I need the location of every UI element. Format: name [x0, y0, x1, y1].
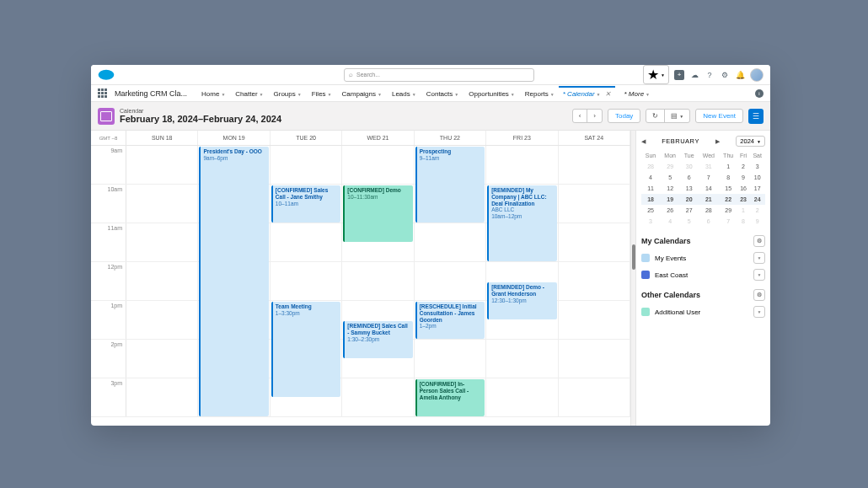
calendar-event[interactable]: [CONFIRMED] Sales Call - Jane Smithy10–1… [271, 185, 340, 223]
calendar-event[interactable]: [RESCHEDULE] Initial Consultation - Jame… [415, 302, 485, 339]
calendar-event[interactable]: [REMINDED] My Company | ABC LLC: Deal Fi… [487, 185, 556, 261]
today-button[interactable]: Today [608, 109, 640, 123]
mini-day[interactable]: 14 [698, 183, 719, 194]
nav-reports[interactable]: Reports ▼ [521, 86, 559, 100]
mini-day[interactable]: 12 [660, 183, 680, 194]
mini-day[interactable]: 19 [660, 194, 680, 205]
mini-next-month[interactable]: ▶ [715, 138, 720, 145]
mini-day[interactable]: 2 [737, 161, 749, 172]
mini-day[interactable]: 8 [737, 216, 749, 227]
calendar-toolbar: Calendar February 18, 2024–February 24, … [91, 102, 770, 131]
calendar-row-my-events: My Events ▼ [641, 252, 765, 264]
avatar[interactable] [750, 68, 764, 82]
calendar-event[interactable]: [REMINDED] Sales Call - Sammy Bucket1:30… [343, 321, 412, 358]
nav-campaigns[interactable]: Campaigns ▼ [338, 86, 386, 100]
mini-calendar[interactable]: SunMonTueWedThuFriSat2829303112345678910… [641, 150, 765, 227]
nav-files[interactable]: Files ▼ [308, 86, 336, 100]
day-header: THU 22 [415, 131, 486, 145]
mini-day[interactable]: 9 [749, 216, 765, 227]
mini-day[interactable]: 11 [641, 183, 660, 194]
view-switcher[interactable]: ▤ ▼ [665, 110, 689, 122]
search-input[interactable]: ⌕ Search... [344, 68, 534, 82]
nav-more[interactable]: * More ▼ [620, 86, 655, 100]
mini-day[interactable]: 16 [737, 183, 749, 194]
mini-day[interactable]: 24 [749, 194, 765, 205]
search-placeholder: Search... [356, 72, 380, 78]
nav-groups[interactable]: Groups ▼ [270, 86, 306, 100]
mini-day[interactable]: 31 [698, 161, 719, 172]
mini-day[interactable]: 13 [680, 183, 698, 194]
mini-day[interactable]: 7 [719, 216, 737, 227]
mini-prev-month[interactable]: ◀ [641, 138, 646, 145]
calendar-event[interactable]: [CONFIRMED] Demo10–11:30am [343, 185, 412, 242]
mini-day[interactable]: 8 [719, 172, 737, 183]
mini-day[interactable]: 22 [719, 194, 737, 205]
mini-day[interactable]: 4 [641, 172, 660, 183]
calendar-event[interactable]: President's Day - OOO9am–6pm [199, 147, 268, 416]
side-panel-toggle[interactable]: ☰ [748, 109, 764, 124]
close-icon[interactable]: ✕ [605, 90, 611, 98]
mini-day[interactable]: 17 [749, 183, 765, 194]
gear-icon[interactable]: ⚙ [753, 289, 765, 301]
help-icon[interactable]: ? [705, 70, 715, 80]
mini-day[interactable]: 2 [749, 205, 765, 216]
mini-day[interactable]: 4 [660, 216, 680, 227]
trailhead-icon[interactable]: ☁ [689, 70, 699, 80]
new-event-button[interactable]: New Event [695, 109, 743, 123]
calendar-options[interactable]: ▼ [753, 269, 765, 281]
mini-day[interactable]: 27 [680, 205, 698, 216]
mini-day[interactable]: 23 [737, 194, 749, 205]
year-selector[interactable]: 2024▼ [736, 136, 765, 147]
mini-day[interactable]: 29 [719, 205, 737, 216]
mini-day[interactable]: 5 [660, 172, 680, 183]
app-launcher-icon[interactable] [98, 88, 108, 99]
mini-day[interactable]: 7 [698, 172, 719, 183]
mini-day[interactable]: 25 [641, 205, 660, 216]
mini-day[interactable]: 20 [680, 194, 698, 205]
calendar-options[interactable]: ▼ [753, 252, 765, 264]
calendar-event[interactable]: Team Meeting1–3:30pm [271, 302, 340, 397]
mini-day[interactable]: 29 [660, 161, 680, 172]
favorites-button[interactable]: ★ ▼ [643, 65, 669, 84]
hour-label: 2pm [91, 340, 126, 378]
mini-day[interactable]: 10 [749, 172, 765, 183]
mini-day[interactable]: 15 [719, 183, 737, 194]
mini-day[interactable]: 5 [680, 216, 698, 227]
mini-day[interactable]: 3 [749, 161, 765, 172]
scrollbar[interactable] [630, 131, 635, 426]
next-week-button[interactable]: › [587, 110, 602, 122]
mini-day[interactable]: 18 [641, 194, 660, 205]
calendar-label: East Coast [655, 271, 688, 279]
timezone-label: GMT −8 [91, 131, 126, 145]
mini-day[interactable]: 1 [719, 161, 737, 172]
setup-gear-icon[interactable]: ⚙ [720, 70, 730, 80]
mini-day[interactable]: 6 [698, 216, 719, 227]
page-title: February 18, 2024–February 24, 2024 [120, 114, 281, 124]
mini-day[interactable]: 9 [737, 172, 749, 183]
calendar-event[interactable]: [REMINDED] Demo - Grant Henderson12:30–1… [487, 282, 556, 319]
mini-day[interactable]: 28 [641, 161, 660, 172]
mini-day[interactable]: 28 [698, 205, 719, 216]
nav-chatter[interactable]: Chatter ▼ [231, 86, 267, 100]
refresh-button[interactable]: ↻ [646, 110, 665, 122]
global-add-button[interactable]: + [674, 70, 684, 80]
info-icon[interactable]: i [755, 89, 764, 98]
calendar-event[interactable]: Prospecting9–11am [415, 147, 485, 223]
nav-leads[interactable]: Leads ▼ [388, 86, 421, 100]
mini-day[interactable]: 3 [641, 216, 660, 227]
nav-home[interactable]: Home ▼ [197, 86, 229, 100]
nav-contacts[interactable]: Contacts ▼ [422, 86, 463, 100]
calendar-options[interactable]: ▼ [753, 306, 765, 318]
calendar-event[interactable]: [CONFIRMED] In-Person Sales Call - Ameli… [415, 379, 485, 416]
notifications-bell-icon[interactable]: 🔔 [735, 70, 745, 80]
gear-icon[interactable]: ⚙ [753, 235, 765, 247]
scrollbar-thumb[interactable] [632, 244, 635, 270]
mini-day[interactable]: 26 [660, 205, 680, 216]
nav-calendar[interactable]: * Calendar ▼✕ [559, 86, 615, 100]
prev-week-button[interactable]: ‹ [573, 110, 588, 122]
mini-day[interactable]: 6 [680, 172, 698, 183]
mini-day[interactable]: 30 [680, 161, 698, 172]
mini-day[interactable]: 21 [698, 194, 719, 205]
nav-opportunities[interactable]: Opportunities ▼ [464, 86, 519, 100]
mini-day[interactable]: 1 [737, 205, 749, 216]
